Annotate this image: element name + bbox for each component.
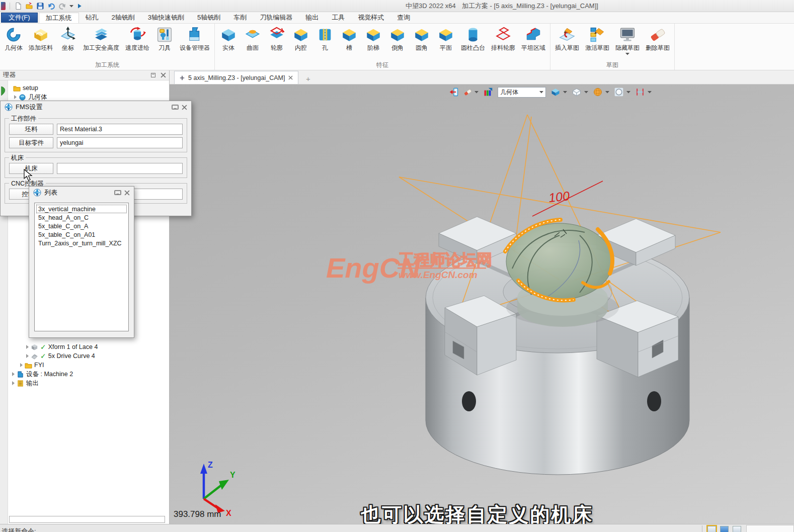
eraser-blank-icon[interactable]: [463, 88, 472, 97]
dialog-comment-icon[interactable]: [172, 105, 179, 110]
section-view-icon[interactable]: [635, 87, 645, 97]
eraser-dropdown-icon[interactable]: [474, 91, 479, 94]
machine-value-input[interactable]: [57, 163, 183, 174]
ribbon-button-cavity[interactable]: 内腔: [289, 25, 313, 53]
redo-icon[interactable]: [58, 2, 66, 10]
tree-item-xform[interactable]: ✓ Xform 1 of Lace 4: [26, 342, 98, 351]
wireframe-display-icon[interactable]: [572, 87, 582, 97]
ribbon-button-slot[interactable]: 槽: [337, 25, 361, 53]
ribbon-button-delete-sketch[interactable]: 删除草图: [643, 25, 673, 53]
ribbon-button-surface[interactable]: 曲面: [241, 25, 265, 53]
tree-item-setup[interactable]: setup: [13, 83, 38, 93]
ribbon-button-step[interactable]: 阶梯: [361, 25, 385, 53]
ribbon-button-cylinder-boss[interactable]: 圆柱凸台: [458, 25, 488, 53]
highlight-circle-icon[interactable]: [614, 87, 624, 97]
ribbon-button-plane[interactable]: 平面: [434, 25, 458, 53]
undo-icon[interactable]: [47, 2, 55, 10]
new-tab-button[interactable]: +: [301, 73, 314, 84]
render-dropdown-icon[interactable]: [605, 91, 609, 94]
dialog-close-icon[interactable]: [124, 190, 130, 196]
expander-icon[interactable]: [26, 345, 29, 349]
list-dialog-titlebar[interactable]: 列表: [29, 187, 134, 199]
tree-item-fyi[interactable]: FYI: [20, 361, 44, 370]
target-part-input[interactable]: [57, 137, 183, 148]
menu-tab-inquire[interactable]: 查询: [390, 12, 417, 23]
menu-file[interactable]: 文件(F): [1, 13, 38, 23]
expander-icon[interactable]: [12, 372, 15, 376]
3d-viewport[interactable]: 100 EngCN 工程师论坛网 www.EngCN.com 几何体: [170, 84, 794, 524]
tree-filter-input[interactable]: [9, 516, 165, 523]
new-file-icon[interactable]: [14, 2, 22, 10]
3d-viewport-scene[interactable]: 100 EngCN 工程师论坛网 www.EngCN.com: [170, 84, 794, 524]
machine-list-dialog[interactable]: 列表 3x_vertical_machine 5x_head_A_on_C 5x…: [29, 186, 134, 338]
ribbon-button-chamfer[interactable]: 倒角: [385, 25, 410, 53]
fms-dialog-titlebar[interactable]: FMS设置: [1, 101, 191, 113]
ribbon-button-hide-sketch[interactable]: 隐藏草图: [612, 25, 643, 56]
dialog-close-icon[interactable]: [182, 105, 187, 110]
menu-tab-tools[interactable]: 工具: [325, 12, 351, 23]
document-tab-active[interactable]: 5 axis_Milling.Z3 - [yelungai_CAM]: [174, 71, 298, 84]
menu-tab-3axis-quick-milling[interactable]: 3轴快速铣削: [141, 12, 191, 23]
play-icon[interactable]: [76, 3, 83, 9]
expander-icon[interactable]: [20, 363, 23, 367]
view-mode-icon-blue[interactable]: [720, 526, 729, 532]
ribbon-button-profile[interactable]: 轮廓: [265, 25, 289, 53]
panel-close-icon[interactable]: [161, 72, 166, 78]
impeller-part[interactable]: [505, 220, 619, 327]
list-item-machine[interactable]: Turn_2axis_or_turn_mill_XZC: [36, 239, 127, 247]
ribbon-button-speed-feed[interactable]: 速度进给: [122, 25, 152, 53]
ribbon-button-activate-sketch[interactable]: 激活草图: [582, 25, 612, 53]
menu-tab-output[interactable]: 输出: [299, 12, 325, 23]
ribbon-button-safe-height[interactable]: 加工安全高度: [80, 25, 122, 53]
ribbon-button-tool[interactable]: 刀具: [152, 25, 177, 53]
color-filter-icon[interactable]: [483, 87, 493, 97]
ribbon-button-nesting-profile[interactable]: 排料轮廓: [488, 25, 518, 53]
ribbon-button-flat-region[interactable]: 平坦区域: [518, 25, 548, 53]
expander-icon[interactable]: [26, 354, 29, 358]
expander-icon[interactable]: [14, 95, 17, 99]
stock-button[interactable]: 坯料: [9, 124, 53, 135]
shaded-dropdown-icon[interactable]: [563, 91, 567, 94]
save-icon[interactable]: [36, 2, 44, 10]
dimension-annotation[interactable]: 100: [532, 181, 603, 216]
menu-tab-drilling[interactable]: 钻孔: [79, 12, 105, 23]
menu-tab-machining-system[interactable]: 加工系统: [39, 13, 79, 23]
section-dropdown-icon[interactable]: [648, 91, 652, 94]
target-part-button[interactable]: 目标零件: [9, 137, 53, 148]
wireframe-dropdown-icon[interactable]: [584, 91, 588, 94]
open-file-icon[interactable]: [25, 2, 33, 10]
ribbon-button-insert-sketch[interactable]: 插入草图: [552, 25, 582, 53]
qat-dropdown-icon[interactable]: [69, 5, 73, 8]
panel-restore-icon[interactable]: [151, 73, 155, 77]
stock-value-input[interactable]: [57, 124, 183, 135]
ribbon-button-hole[interactable]: 孔: [313, 25, 337, 53]
tree-item-drive-curve[interactable]: ✓ 5x Drive Curve 4: [26, 351, 95, 361]
tree-item-machine[interactable]: 设备 : Machine 2: [12, 370, 73, 379]
exit-cam-icon[interactable]: [449, 87, 459, 97]
shaded-display-icon[interactable]: [550, 87, 561, 97]
dialog-comment-icon[interactable]: [114, 190, 121, 195]
ribbon-button-fillet[interactable]: 圆角: [410, 25, 434, 53]
list-item-machine[interactable]: 5x_table_C_on_A01: [36, 230, 127, 239]
geometry-filter-combobox[interactable]: 几何体: [498, 87, 546, 98]
ribbon-button-add-stock[interactable]: 添加坯料: [26, 25, 56, 53]
ribbon-button-geometry[interactable]: 几何体: [2, 25, 26, 53]
expander-icon[interactable]: [12, 381, 15, 385]
menu-tab-5axis-milling[interactable]: 5轴铣削: [191, 12, 227, 23]
list-item-machine[interactable]: 5x_table_C_on_A: [36, 222, 127, 230]
ribbon-button-coordinate[interactable]: 坐标: [56, 25, 80, 53]
ribbon-button-machine-manager[interactable]: 设备管理器: [177, 25, 213, 53]
menu-tab-toolpath-editor[interactable]: 刀轨编辑器: [253, 12, 299, 23]
tree-item-output[interactable]: 输出: [12, 379, 39, 388]
ribbon-button-solid[interactable]: 实体: [216, 25, 241, 53]
view-mode-icon-active[interactable]: [707, 526, 716, 532]
highlight-dropdown-icon[interactable]: [626, 91, 630, 94]
render-sphere-icon[interactable]: [593, 87, 603, 97]
menu-tab-turning[interactable]: 车削: [227, 12, 253, 23]
hide-sketch-dropdown-icon[interactable]: [625, 52, 629, 55]
view-mode-icon-window[interactable]: [733, 526, 741, 532]
menu-tab-visual-style[interactable]: 视觉样式: [351, 12, 390, 23]
machine-listbox[interactable]: 3x_vertical_machine 5x_head_A_on_C 5x_ta…: [34, 203, 129, 331]
menu-tab-2axis-milling[interactable]: 2轴铣削: [105, 12, 141, 23]
list-item-machine[interactable]: 3x_vertical_machine: [36, 205, 127, 213]
